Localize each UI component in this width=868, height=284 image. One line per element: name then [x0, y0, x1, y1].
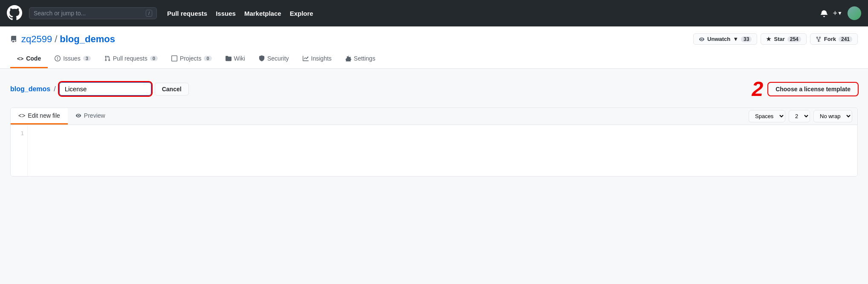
editor-options: Spaces 2 No wrap: [749, 110, 857, 122]
cancel-button[interactable]: Cancel: [155, 83, 189, 96]
main-content: blog_demos / Cancel 2 Choose a license t…: [0, 69, 868, 239]
choose-license-button[interactable]: Choose a license template: [768, 83, 858, 96]
github-logo[interactable]: [7, 5, 22, 22]
repo-actions: Unwatch ▼ 33 ★ Star 254 Fork 241: [693, 33, 858, 45]
repo-name-link[interactable]: blog_demos: [60, 34, 115, 45]
star-count: 254: [787, 36, 801, 42]
notifications-button[interactable]: [820, 9, 828, 17]
tab-edit-new-file[interactable]: <> Edit new file: [11, 108, 68, 125]
spaces-select[interactable]: Spaces: [749, 110, 785, 122]
breadcrumb: blog_demos / Cancel: [10, 82, 189, 96]
tab-security[interactable]: Security: [252, 50, 296, 68]
code-icon: <>: [18, 112, 25, 119]
tab-pull-requests[interactable]: Pull requests 0: [98, 50, 165, 68]
avatar[interactable]: [848, 6, 861, 20]
chevron-down-icon: ▼: [733, 36, 738, 42]
fork-label: Fork: [824, 36, 836, 42]
tab-preview[interactable]: Preview: [68, 108, 113, 125]
license-actions: 2 Choose a license template: [752, 77, 858, 101]
wrap-select[interactable]: No wrap: [813, 110, 852, 122]
unwatch-label: Unwatch: [707, 36, 730, 42]
editor-container: <> Edit new file Preview Spaces 2: [10, 107, 858, 177]
fork-count: 241: [839, 36, 852, 42]
tab-insights[interactable]: Insights: [296, 50, 339, 68]
tab-settings[interactable]: Settings: [339, 50, 382, 68]
breadcrumb-repo-link[interactable]: blog_demos: [10, 85, 50, 93]
tab-projects[interactable]: Projects 0: [165, 50, 219, 68]
breadcrumb-separator: /: [55, 34, 57, 45]
search-input[interactable]: [34, 10, 142, 17]
star-label: Star: [774, 36, 784, 42]
annotation-2: 2: [752, 77, 763, 101]
topnav-right: + ▼: [820, 6, 861, 20]
line-number-1: 1: [14, 130, 24, 136]
unwatch-count: 33: [741, 36, 752, 42]
editor-tabs: <> Edit new file Preview: [11, 108, 113, 125]
top-navigation: / Pull requests Issues Marketplace Explo…: [0, 0, 868, 26]
breadcrumb-slash: /: [54, 85, 55, 93]
tab-issues[interactable]: Issues 3: [48, 50, 98, 68]
code-icon: <>: [17, 55, 23, 62]
slash-shortcut: /: [146, 10, 152, 17]
repo-tabs: <> Code Issues 3 Pull requests 0 Project…: [10, 50, 858, 68]
nav-links: Pull requests Issues Marketplace Explore: [167, 10, 313, 17]
indent-select[interactable]: 2: [789, 110, 810, 122]
search-bar[interactable]: /: [29, 7, 157, 19]
tab-wiki[interactable]: Wiki: [219, 50, 252, 68]
repo-owner-link[interactable]: zq2599: [21, 34, 52, 45]
nav-pull-requests[interactable]: Pull requests: [167, 10, 207, 17]
repo-header: zq2599 / blog_demos Unwatch ▼ 33 ★ Star …: [0, 26, 868, 69]
tab-code[interactable]: <> Code: [10, 50, 48, 68]
line-numbers: 1: [11, 125, 28, 176]
editor-body: 1: [11, 125, 857, 176]
nav-explore[interactable]: Explore: [290, 10, 313, 17]
repo-title: zq2599 / blog_demos: [10, 34, 115, 45]
editor-toolbar: <> Edit new file Preview Spaces 2: [11, 108, 857, 125]
star-button[interactable]: ★ Star 254: [761, 33, 806, 45]
file-name-row: blog_demos / Cancel 2 Choose a license t…: [10, 77, 858, 101]
nav-issues[interactable]: Issues: [216, 10, 236, 17]
fork-button[interactable]: Fork 241: [810, 33, 858, 45]
repo-title-row: zq2599 / blog_demos Unwatch ▼ 33 ★ Star …: [10, 33, 858, 50]
unwatch-button[interactable]: Unwatch ▼ 33: [693, 33, 757, 45]
nav-marketplace[interactable]: Marketplace: [244, 10, 281, 17]
editor-textarea[interactable]: [28, 125, 857, 176]
filename-input[interactable]: [59, 82, 151, 96]
add-button[interactable]: + ▼: [833, 9, 842, 18]
star-icon: ★: [766, 36, 771, 42]
